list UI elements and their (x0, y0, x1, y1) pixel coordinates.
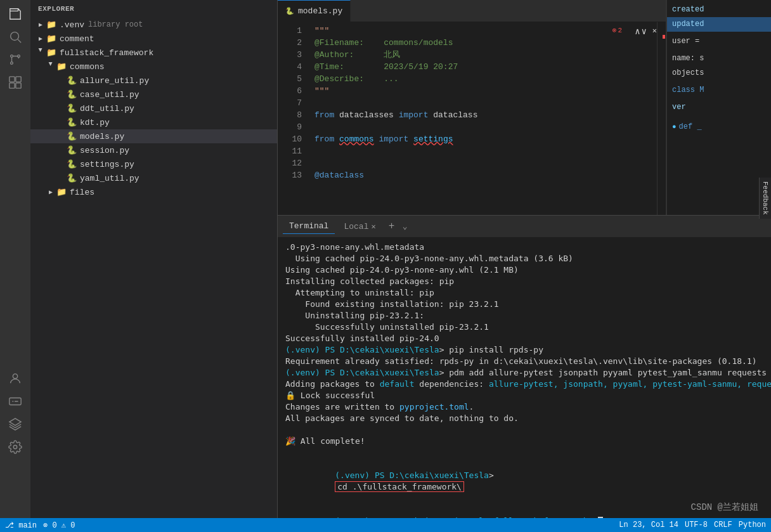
arrow-icon: ▶ (36, 21, 46, 29)
code-text: @Time: 2023/5/19 20:27 (314, 61, 458, 73)
code-text: from (314, 109, 334, 121)
arrow-icon: ▶ (36, 35, 46, 42)
files-icon[interactable] (6, 5, 24, 23)
extensions-icon[interactable] (6, 74, 24, 91)
line-numbers: 1 2 3 4 5 6 7 8 9 10 11 12 13 (278, 22, 309, 215)
tree-item-allure-util[interactable]: ▶ 🐍 allure_util.py (30, 74, 277, 88)
status-bar: ⎇ main ⊗ 0 ⚠ 0 Ln 23, Col 14 UTF-8 CRLF … (0, 518, 771, 532)
editor-area: 🐍 models.py ⊗ 2 ∧ ∨ (278, 0, 771, 215)
editor-tab-models[interactable]: 🐍 models.py (278, 0, 351, 22)
outline-item: class M (667, 83, 771, 98)
code-line-10: from commons import settings (314, 133, 666, 145)
term-line: Successfully uninstalled pip-23.2.1 (285, 321, 763, 333)
tree-item-kdt[interactable]: ▶ 🐍 kdt.py (30, 115, 277, 129)
tree-item-case-util[interactable]: ▶ 🐍 case_util.py (30, 88, 277, 101)
tree-item-files[interactable]: ▶ 📁 files (30, 185, 277, 199)
add-terminal-button[interactable]: + (385, 219, 399, 233)
code-text: commons (339, 133, 374, 145)
svg-point-2 (11, 55, 13, 58)
line-num: 10 (278, 133, 302, 145)
outline-item: ver (667, 100, 771, 115)
outline-item-highlighted: updated (667, 17, 771, 32)
folder-icon: 📁 (46, 48, 57, 58)
activity-bar (0, 0, 30, 532)
terminal-dropdown-icon[interactable]: ⌄ (403, 221, 408, 231)
tree-item-yaml-util[interactable]: ▶ 🐍 yaml_util.py (30, 171, 277, 185)
line-num: 2 (278, 37, 302, 49)
code-line-7 (314, 97, 666, 109)
code-line-12 (314, 157, 666, 169)
py-icon: 🐍 (66, 159, 77, 169)
term-line (285, 447, 763, 458)
sidebar-header: Explorer (30, 0, 277, 18)
nav-down-icon[interactable]: ∨ (642, 26, 647, 37)
term-line: Using cached pip-24.0-py3-none-any.whl.m… (285, 253, 763, 264)
tree-item-models[interactable]: ▶ 🐍 models.py (30, 129, 277, 143)
code-content[interactable]: """ @Filename: commons/models @Author: 北… (309, 22, 666, 215)
term-line: (.venv) PS D:\cekai\xuexi\Tesla> pip ins… (285, 344, 763, 356)
arrow-open-icon: ▶ (47, 62, 55, 72)
status-language[interactable]: Python (739, 521, 766, 529)
line-num: 7 (278, 97, 302, 109)
term-line: 🔒 Lock successful (285, 390, 763, 401)
settings-icon[interactable] (6, 438, 24, 456)
feedback-button[interactable]: Feedback (759, 178, 771, 215)
code-text: import (399, 109, 429, 121)
code-line-5: @Describe: ... (314, 73, 666, 85)
svg-rect-7 (10, 83, 15, 88)
svg-line-1 (18, 39, 21, 42)
outline-item-def: ● def _ (667, 120, 771, 134)
status-encoding[interactable]: UTF-8 (685, 521, 708, 529)
search-icon[interactable] (6, 28, 24, 46)
file-label: ddt_util.py (80, 104, 134, 114)
py-icon: 🐍 (66, 89, 77, 100)
file-label: kdt.py (80, 118, 110, 127)
outline-item: name: s (667, 51, 771, 66)
outline-item: user = (667, 34, 771, 49)
code-text: """ (314, 25, 329, 37)
term-line: Attempting to uninstall: pip (285, 287, 763, 299)
code-text: import (379, 133, 408, 145)
close-tab-icon[interactable]: ✕ (371, 222, 375, 231)
status-errors[interactable]: ⊗ 0 ⚠ 0 (43, 521, 75, 530)
nav-up-icon[interactable]: ∧ (635, 26, 640, 37)
chevron-down-icon: ⌄ (403, 221, 408, 231)
py-icon: 🐍 (66, 75, 77, 86)
tree-item-ddt-util[interactable]: ▶ 🐍 ddt_util.py (30, 101, 277, 115)
source-control-icon[interactable] (6, 51, 24, 68)
tree-item-session[interactable]: ▶ 🐍 session.py (30, 143, 277, 157)
file-label: comment (60, 34, 94, 44)
term-line: All packages are synced to date, nothing… (285, 413, 763, 424)
tree-item-comment[interactable]: ▶ 📁 comment (30, 32, 277, 46)
file-label: .venv (60, 20, 84, 30)
code-line-3: @Author: 北风 (314, 49, 666, 61)
error-counter: ⊗ 2 (610, 26, 625, 34)
status-position[interactable]: Ln 23, Col 14 (619, 521, 678, 529)
outline-item: objects (667, 66, 771, 81)
tree-item-settings[interactable]: ▶ 🐍 settings.py (30, 157, 277, 171)
folder-icon: 📁 (46, 20, 57, 30)
py-file-icon: 🐍 (285, 7, 294, 15)
status-branch[interactable]: ⎇ main (5, 521, 37, 530)
terminal-content[interactable]: .0-py3-none-any.whl.metadata Using cache… (278, 238, 771, 532)
tree-item-fullstack-framework[interactable]: ▶ 📁 fullstack_framework (30, 46, 277, 60)
layers-icon[interactable] (6, 415, 24, 433)
outline-text: class M (672, 86, 704, 94)
tree-item-commons[interactable]: ▶ 📁 commons (30, 60, 277, 74)
terminal-tab-terminal[interactable]: Terminal (283, 219, 335, 234)
terminal-tabs: Terminal Local ✕ + ⌄ (278, 216, 771, 238)
folder-icon: 📁 (46, 34, 57, 44)
tree-item-venv[interactable]: ▶ 📁 .venv library root (30, 18, 277, 32)
editor-content: 1 2 3 4 5 6 7 8 9 10 11 12 13 (278, 22, 666, 215)
code-line-9 (314, 121, 666, 133)
term-line: 🎉 All complete! (285, 436, 763, 447)
code-text: """ (314, 85, 329, 97)
status-line-ending[interactable]: CRLF (714, 521, 732, 529)
scroll-indicator[interactable]: ✕ (652, 26, 657, 36)
line-num: 4 (278, 61, 302, 73)
account-icon[interactable] (6, 370, 24, 387)
svg-point-0 (11, 32, 19, 41)
svg-point-3 (11, 62, 13, 65)
terminal-tab-local[interactable]: Local ✕ (337, 219, 382, 234)
remote-icon[interactable] (6, 393, 24, 410)
